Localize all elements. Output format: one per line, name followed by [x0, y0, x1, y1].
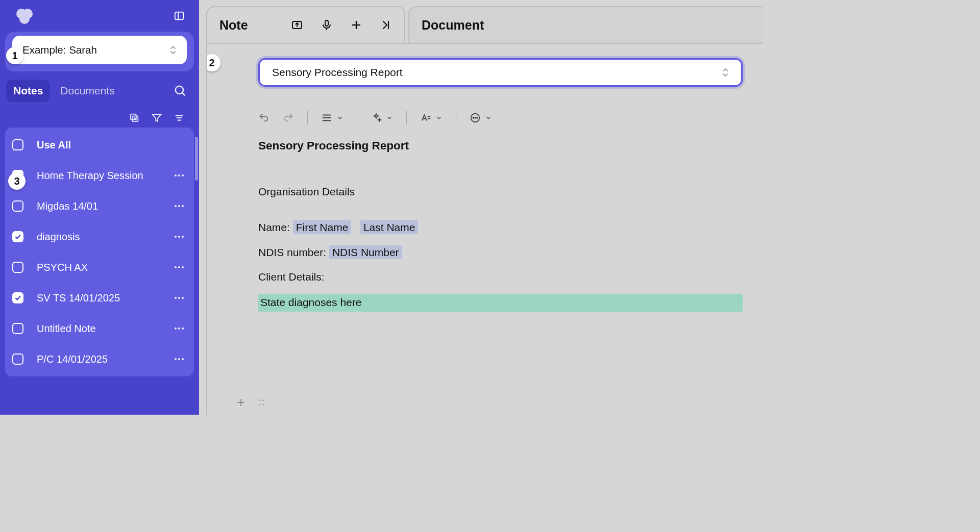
note-more-icon[interactable]: [173, 266, 186, 268]
document-tab-label: Document: [422, 18, 484, 33]
tab-documents[interactable]: Documents: [53, 80, 121, 102]
use-all-checkbox[interactable]: [12, 139, 23, 150]
text-format-dropdown[interactable]: [420, 112, 443, 123]
search-button[interactable]: [174, 84, 193, 97]
note-checkbox[interactable]: [12, 200, 23, 212]
step-badge-1: 1: [6, 47, 23, 64]
client-details-header: Client Details:: [258, 269, 743, 285]
sidebar: 1 Example: Sarah Notes Documents 3: [0, 0, 199, 415]
note-list: Use All Home Therapy Session Migdas 14/0…: [0, 128, 199, 415]
plus-icon[interactable]: [350, 19, 362, 31]
chevron-down-icon: [485, 114, 492, 121]
note-more-icon[interactable]: [173, 205, 186, 207]
redo-button[interactable]: [283, 112, 294, 123]
note-more-icon[interactable]: [173, 358, 186, 360]
editor-toolbar: [258, 107, 743, 138]
svg-point-34: [259, 399, 260, 401]
svg-rect-3: [175, 12, 184, 20]
svg-point-35: [262, 399, 264, 401]
note-label: Migdas 14/01: [37, 200, 159, 212]
more-options-dropdown[interactable]: [470, 112, 492, 123]
filter-icon[interactable]: [151, 112, 162, 123]
document-body: 2 Sensory Processing Report: [206, 43, 763, 415]
chevron-down-icon: [336, 114, 344, 121]
chevrons-updown-icon: [722, 67, 729, 78]
note-row[interactable]: Untitled Note: [5, 313, 194, 344]
org-details-header: Organisation Details: [258, 184, 743, 199]
ndis-number-chip[interactable]: NDIS Number: [329, 245, 402, 259]
note-tab[interactable]: Note: [206, 6, 405, 43]
bottom-left-controls: [236, 397, 266, 408]
ndis-line: NDIS number: NDIS Number: [258, 245, 743, 260]
document-content[interactable]: Sensory Processing Report Organisation D…: [258, 138, 743, 312]
skip-end-icon[interactable]: [380, 19, 392, 31]
use-all-label: Use All: [37, 139, 186, 151]
template-selector[interactable]: Sensory Processing Report: [258, 58, 743, 87]
svg-marker-11: [153, 115, 161, 122]
note-checkbox[interactable]: [12, 323, 23, 334]
chevron-down-icon: [386, 114, 393, 121]
name-label: Name:: [258, 221, 293, 233]
note-row[interactable]: Home Therapy Session: [5, 160, 194, 191]
sidebar-header: [0, 0, 199, 32]
step-badge-3: 3: [8, 172, 26, 190]
note-more-icon[interactable]: [173, 297, 186, 299]
copy-clear-icon[interactable]: [129, 112, 140, 123]
svg-point-37: [262, 404, 264, 406]
svg-point-29: [473, 117, 474, 118]
sidebar-tabs: Notes Documents: [0, 75, 199, 106]
svg-point-36: [259, 404, 260, 406]
note-row[interactable]: Migdas 14/01: [5, 191, 194, 221]
note-row[interactable]: PSYCH AX: [5, 252, 194, 283]
paragraph-style-dropdown[interactable]: [321, 112, 344, 123]
note-list-toolbar: [0, 106, 199, 128]
note-row[interactable]: P/C 14/01/2025: [5, 344, 194, 374]
svg-point-31: [477, 117, 478, 118]
note-checkbox[interactable]: [12, 231, 23, 242]
note-label: Home Therapy Session: [37, 170, 159, 182]
main-tabs-row: Note Document: [199, 0, 763, 43]
sidebar-scrollbar[interactable]: [195, 137, 198, 181]
note-more-icon[interactable]: [173, 327, 186, 330]
use-all-row[interactable]: Use All: [5, 130, 194, 160]
client-selector[interactable]: Example: Sarah: [12, 36, 187, 64]
diagnoses-highlight[interactable]: State diagnoses here: [258, 294, 743, 311]
svg-line-6: [182, 93, 185, 95]
note-more-icon[interactable]: [173, 236, 186, 238]
main-pane: Note Document 2: [199, 0, 763, 415]
toggle-sidebar-button[interactable]: [174, 10, 185, 21]
tab-notes[interactable]: Notes: [6, 80, 50, 102]
note-more-icon[interactable]: [173, 174, 186, 176]
note-row[interactable]: SV TS 14/01/2025: [5, 283, 194, 313]
step-badge-2: 2: [206, 54, 220, 71]
note-row[interactable]: diagnosis: [5, 221, 194, 252]
note-checkbox[interactable]: [12, 292, 23, 303]
export-icon[interactable]: [291, 19, 303, 31]
chevrons-updown-icon: [169, 45, 177, 55]
note-checkbox[interactable]: [12, 262, 23, 273]
template-selected-label: Sensory Processing Report: [272, 66, 403, 79]
chevron-down-icon: [435, 114, 443, 121]
first-name-chip[interactable]: First Name: [293, 220, 352, 234]
add-block-button[interactable]: [236, 397, 246, 408]
note-checkbox[interactable]: [12, 353, 23, 365]
note-tab-label: Note: [219, 18, 248, 33]
undo-button[interactable]: [258, 112, 270, 123]
document-tab[interactable]: Document: [408, 6, 763, 43]
microphone-icon[interactable]: [321, 19, 333, 31]
client-selector-container: Example: Sarah: [5, 32, 194, 71]
app-logo-icon: [14, 6, 35, 26]
ai-actions-dropdown[interactable]: [371, 112, 393, 123]
last-name-chip[interactable]: Last Name: [360, 220, 419, 234]
note-label: P/C 14/01/2025: [37, 353, 159, 365]
svg-rect-17: [325, 20, 328, 26]
name-line: Name: First Name Last Name: [258, 220, 743, 235]
drag-handle-icon[interactable]: [256, 397, 266, 408]
note-label: SV TS 14/01/2025: [37, 292, 159, 304]
document-title: Sensory Processing Report: [258, 138, 743, 155]
svg-point-30: [475, 117, 476, 118]
note-label: diagnosis: [37, 231, 159, 243]
sort-icon[interactable]: [174, 112, 185, 123]
svg-point-5: [176, 86, 183, 94]
note-label: Untitled Note: [37, 323, 159, 335]
